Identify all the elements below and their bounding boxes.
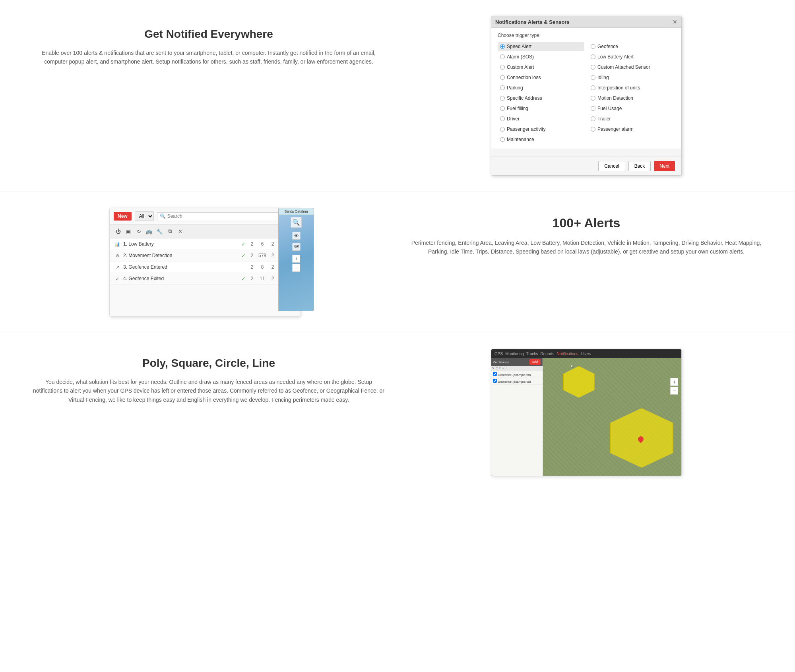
radio-trailer [591, 116, 595, 121]
radio-fuel-usage [591, 106, 595, 111]
dialog-option-motion-detection[interactable]: Motion Detection [588, 94, 675, 103]
alert-row-geofence-entered: ↗ 3. Geofence Entered 2 8 2 🔧 ⧉ ✕ [110, 261, 300, 273]
radio-interposition [591, 85, 595, 90]
power-icon[interactable]: ⏻ [114, 227, 122, 236]
radio-custom-alert [500, 65, 505, 70]
section2-image: New All 🔍 ⏻ ▣ ↻ 🚌 🔧 ⧉ ✕ [32, 208, 386, 317]
radio-alarm [500, 54, 505, 59]
col2-2: 578 [258, 253, 266, 258]
dialog-option-custom-alert[interactable]: Custom Alert [498, 63, 584, 72]
geo-toolbar-icon-5[interactable]: ⟋ [505, 367, 508, 370]
alert-row-low-battery: 📊 1. Low Battery ✓ 2 6 2 🔧 ⧉ ✕ [110, 238, 300, 250]
close-action-icon[interactable]: ✕ [176, 227, 184, 236]
geo-zoom-out-button[interactable]: − [670, 387, 678, 395]
copy-icon[interactable]: ⧉ [165, 227, 174, 236]
geo-toolbar-icon-1[interactable]: ✎ [492, 367, 494, 370]
dialog-option-passenger-activity[interactable]: Passenger activity [498, 125, 584, 134]
geo-fence-check-1[interactable] [493, 372, 497, 376]
dialog-option-maintenance[interactable]: Maintenance [498, 135, 584, 144]
dialog-option-trailer[interactable]: Trailer [588, 114, 675, 123]
checkmark-2: ✓ [241, 253, 246, 259]
col2-1: 6 [258, 241, 266, 247]
dialog-option-specific-address[interactable]: Specific Address [498, 94, 584, 103]
geo-menu-notifications: Notifications [556, 352, 578, 356]
alert-name-low-battery: 1. Low Battery [123, 241, 239, 247]
radio-passenger-alarm [591, 127, 595, 132]
geo-sidebar: Geofences Add ✎ ⬡ □ ○ ⟋ [491, 358, 543, 476]
alert-row-geofence-exited: ↙ 4. Geofence Exited ✓ 2 11 2 🔧 ⧉ ✕ [110, 273, 300, 285]
dialog-option-connection-loss[interactable]: Connection loss [498, 73, 584, 82]
dialog-option-interposition[interactable]: Interposition of units [588, 83, 675, 92]
col1-4: 2 [248, 276, 256, 281]
refresh-icon[interactable]: ↻ [134, 227, 143, 236]
dialog-option-fuel-usage[interactable]: Fuel Usage [588, 104, 675, 113]
alert-name-movement: 2. Movement Detection [123, 253, 239, 258]
radio-connection-loss [500, 75, 505, 80]
geofence-exit-icon: ↙ [114, 275, 121, 282]
truck-icon[interactable]: 🚌 [145, 227, 153, 236]
geo-menu-users: Users [581, 352, 591, 356]
geo-sidebar-title: Geofences [493, 360, 509, 364]
checkmark-4: ✓ [241, 276, 246, 282]
new-alert-button[interactable]: New [114, 212, 132, 221]
dialog-body: Choose trigger type: Speed Alert Geofenc… [491, 28, 681, 149]
screen-icon[interactable]: ▣ [124, 227, 133, 236]
geo-zoom-in-button[interactable]: + [670, 378, 678, 386]
geo-app-name: GPS [494, 352, 503, 356]
radio-geofence [591, 44, 595, 49]
dialog-back-button[interactable]: Back [628, 161, 651, 171]
search-icon: 🔍 [160, 213, 166, 219]
tool-icon[interactable]: 🔧 [155, 227, 164, 236]
dialog-option-fuel-filling[interactable]: Fuel filling [498, 104, 584, 113]
dialog-option-passenger-alarm[interactable]: Passenger alarm [588, 125, 675, 134]
section3-title: Poly, Square, Circle, Line [32, 357, 386, 370]
dialog-option-speed-alert[interactable]: Speed Alert [498, 42, 584, 51]
geo-fence-row-2[interactable]: Geofence (example.txt) [491, 378, 543, 385]
dialog-choose-label: Choose trigger type: [498, 33, 675, 38]
radio-specific-address [500, 96, 505, 101]
dialog-option-geofence[interactable]: Geofence [588, 42, 675, 51]
map-icon[interactable]: 🗺 [292, 243, 301, 251]
alerts-wrapper: New All 🔍 ⏻ ▣ ↻ 🚌 🔧 ⧉ ✕ [109, 208, 308, 317]
section3-description: You decide, what solution fits best for … [32, 378, 386, 404]
dialog-cancel-button[interactable]: Cancel [598, 161, 625, 171]
dialog-option-custom-sensor[interactable]: Custom Attached Sensor [588, 63, 675, 72]
alerts-search-input[interactable] [167, 213, 227, 219]
dialog-title: Notifications Alerts & Sensors [495, 19, 570, 25]
dialog-footer: Cancel Back Next [491, 157, 681, 175]
geo-toolbar-icon-2[interactable]: ⬡ [496, 367, 498, 370]
geo-menu-reports: Reports [540, 352, 554, 356]
geo-map-background: Geofences Add ✎ ⬡ □ ○ ⟋ [491, 358, 681, 476]
geo-fence-row-1[interactable]: Geofence (example.txt) [491, 371, 543, 378]
dialog-option-alarm[interactable]: Alarm (SOS) [498, 52, 584, 61]
dialog-option-low-battery-alert[interactable]: Low Battery Alert [588, 52, 675, 61]
map-controls: + − [670, 378, 678, 395]
col3-4: 2 [269, 276, 277, 281]
dialog-options-grid: Speed Alert Geofence Alarm (SOS) Low Bat… [498, 42, 675, 144]
eye-icon[interactable]: 👁 [292, 232, 301, 240]
radio-motion-detection [591, 96, 595, 101]
radio-speed-alert [500, 44, 505, 49]
geo-toolbar-icon-3[interactable]: □ [499, 367, 501, 370]
dialog-next-button[interactable]: Next [654, 161, 675, 171]
alerts-search-container: 🔍 [157, 212, 296, 220]
map-search-icon[interactable]: 🔍 [291, 217, 302, 228]
geo-fence-check-2[interactable] [493, 379, 497, 383]
geo-menu-tracks: Tracks [526, 352, 538, 356]
dialog-option-driver[interactable]: Driver [498, 114, 584, 123]
radio-low-battery-alert [591, 54, 595, 59]
geo-add-button[interactable]: Add [529, 359, 541, 365]
dialog-option-idling[interactable]: Idling [588, 73, 675, 82]
alerts-filter-select[interactable]: All [135, 211, 154, 221]
dialog-option-parking[interactable]: Parking [498, 83, 584, 92]
section1-title: Get Notified Everywhere [32, 28, 386, 41]
dialog-close-button[interactable]: ✕ [673, 19, 677, 25]
section1-image: Notifications Alerts & Sensors ✕ Choose … [409, 16, 763, 176]
geo-toolbar-icon-4[interactable]: ○ [502, 367, 504, 370]
col3-2: 2 [269, 253, 277, 258]
alerts-toolbar: New All 🔍 [110, 208, 300, 225]
zoom-in-button[interactable]: + [292, 255, 300, 263]
col1-3: 2 [248, 264, 256, 270]
zoom-out-button[interactable]: − [292, 264, 300, 272]
section2-text: 100+ Alerts Perimeter fencing, Entering … [409, 208, 763, 256]
